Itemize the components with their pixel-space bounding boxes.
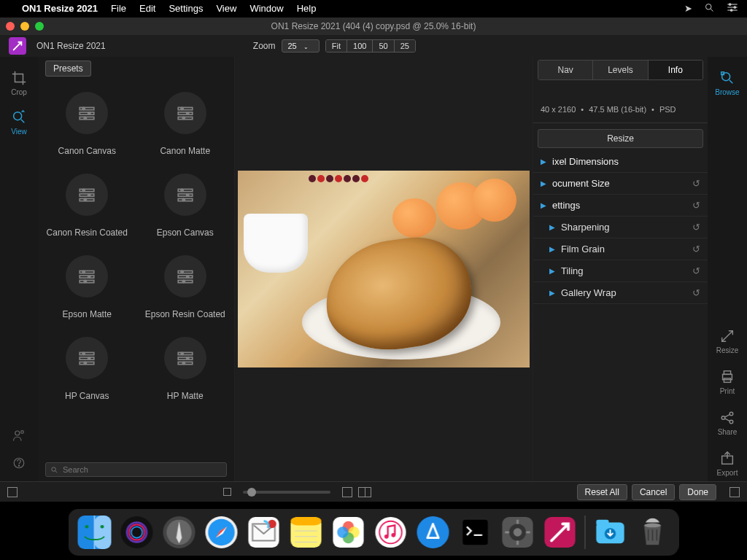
reset-icon[interactable]: ↺ [692,222,700,233]
menu-view[interactable]: View [216,3,236,14]
right-panel: Nav Levels Info 40 x 2160 • 47.5 MB (16-… [533,57,708,481]
reset-icon[interactable]: ↺ [692,178,700,189]
dock-launchpad-icon[interactable] [160,513,198,551]
breadcrumb: ON1 Resize 2021 [36,41,106,51]
dock-trash-icon[interactable] [634,513,672,551]
preset-item[interactable]: Epson Matte [38,246,136,328]
reset-icon[interactable]: ↺ [692,265,700,276]
svg-rect-15 [80,112,95,114]
preset-item[interactable]: Canon Canvas [38,83,136,165]
canvas-area[interactable] [235,57,533,481]
preset-label: Epson Resin Coated [145,309,225,319]
accordion-item[interactable]: ▶Film Grain↺ [533,238,708,260]
fit-view-icon[interactable] [342,487,352,497]
app-window: ON1 Resize 2021 (404 (4) copy.psd @ 25.0… [0,18,747,502]
preset-item[interactable]: Epson Resin Coated [136,246,235,328]
panel-toggle-left-icon[interactable] [7,487,18,497]
control-center-icon[interactable] [727,2,738,15]
presets-tab[interactable]: Presets [45,61,91,77]
svg-rect-92 [290,517,321,526]
done-button[interactable]: Done [679,484,716,500]
accordion-item[interactable]: ▶ettings↺ [533,195,708,217]
view-tool[interactable]: View [11,109,27,136]
preset-item[interactable]: Canon Matte [136,83,235,165]
app-logo-icon[interactable] [9,37,26,55]
dock-on1-icon[interactable] [541,513,579,551]
dock-photos-icon[interactable] [330,513,368,551]
preset-item[interactable]: Epson Canvas [136,165,235,246]
zoom-fit-button[interactable]: Fit [326,40,347,52]
dock-finder-icon[interactable] [76,513,114,551]
tab-nav[interactable]: Nav [538,61,593,79]
tab-levels[interactable]: Levels [593,61,648,79]
app-toolbar: ON1 Resize 2021 Zoom 25 ⌄ Fit 100 50 25 [0,35,747,57]
preset-label: Epson Canvas [157,228,214,238]
dock-siri-icon[interactable] [118,513,156,551]
zoom-50-button[interactable]: 50 [373,40,394,52]
export-tool[interactable]: Export [717,451,738,477]
preset-search-input[interactable] [63,465,222,474]
preset-search-box[interactable] [45,462,227,477]
print-tool[interactable]: Print [719,369,735,395]
svg-point-10 [15,431,20,435]
menu-window[interactable]: Window [249,3,283,14]
accordion-item[interactable]: ▶ixel Dimensions [533,151,708,173]
svg-point-62 [52,467,56,471]
panel-toggle-right-icon[interactable] [729,487,740,497]
app-name[interactable]: ON1 Resize 2021 [22,3,98,14]
crop-tool[interactable]: Crop [11,70,27,96]
chevron-right-icon: ▶ [549,289,555,297]
cursor-icon[interactable]: ➤ [684,3,692,14]
zoom-100-button[interactable]: 100 [347,40,373,52]
document-title: ON1 Resize 2021 (404 (4) copy.psd @ 25.0… [271,21,476,31]
svg-rect-66 [721,72,724,75]
menu-help[interactable]: Help [297,3,317,14]
accordion-item[interactable]: ▶Sharpening↺ [533,217,708,238]
chevron-right-icon: ▶ [541,158,546,166]
accordion-item[interactable]: ▶ocument Size↺ [533,173,708,195]
thumbnail-size-slider[interactable] [243,491,330,494]
accordion-item[interactable]: ▶Tiling↺ [533,260,708,282]
browse-tool[interactable]: Browse [715,70,739,96]
zoom-25-button[interactable]: 25 [395,40,415,52]
window-minimize-button[interactable] [20,22,29,31]
svg-point-105 [417,516,449,548]
window-maximize-button[interactable] [35,22,44,31]
dock-appstore-icon[interactable] [414,513,452,551]
left-tool-strip: Crop View [0,57,38,481]
preset-item[interactable]: HP Canvas [38,328,136,410]
menu-file[interactable]: File [111,3,126,14]
user-icon[interactable] [12,429,26,445]
spotlight-icon[interactable] [704,2,715,15]
reset-icon[interactable]: ↺ [692,200,700,211]
single-view-icon[interactable] [223,488,231,496]
accordion-label: ettings [552,200,580,211]
dock-mail-icon[interactable] [245,513,283,551]
dock-notes-icon[interactable] [287,513,325,551]
share-tool[interactable]: Share [718,410,738,436]
preset-item[interactable]: Canon Resin Coated [38,165,136,246]
compare-view-icon[interactable] [358,487,371,497]
dock-settings-icon[interactable] [499,513,537,551]
window-close-button[interactable] [6,22,15,31]
menu-edit[interactable]: Edit [139,3,155,14]
menu-settings[interactable]: Settings [169,3,203,14]
reset-icon[interactable]: ↺ [692,244,700,254]
zoom-select[interactable]: 25 ⌄ [282,39,320,52]
dock-downloads-icon[interactable] [592,513,630,551]
dock-safari-icon[interactable] [203,513,241,551]
accordion-item[interactable]: ▶Gallery Wrap↺ [533,282,708,304]
cancel-button[interactable]: Cancel [632,484,675,500]
presets-scroll[interactable]: Canon CanvasCanon MatteCanon Resin Coate… [38,79,234,458]
preset-item[interactable]: HP Matte [136,328,235,410]
tab-info[interactable]: Info [649,61,703,79]
help-icon[interactable] [12,456,26,472]
dock-music-icon[interactable] [372,513,410,551]
resize-tool[interactable]: Resize [716,328,739,354]
reset-all-button[interactable]: Reset All [577,484,627,500]
reset-icon[interactable]: ↺ [692,287,700,298]
svg-line-63 [55,470,57,472]
dock-terminal-icon[interactable] [457,513,495,551]
svg-line-65 [729,80,733,84]
resize-header[interactable]: Resize [538,129,703,148]
